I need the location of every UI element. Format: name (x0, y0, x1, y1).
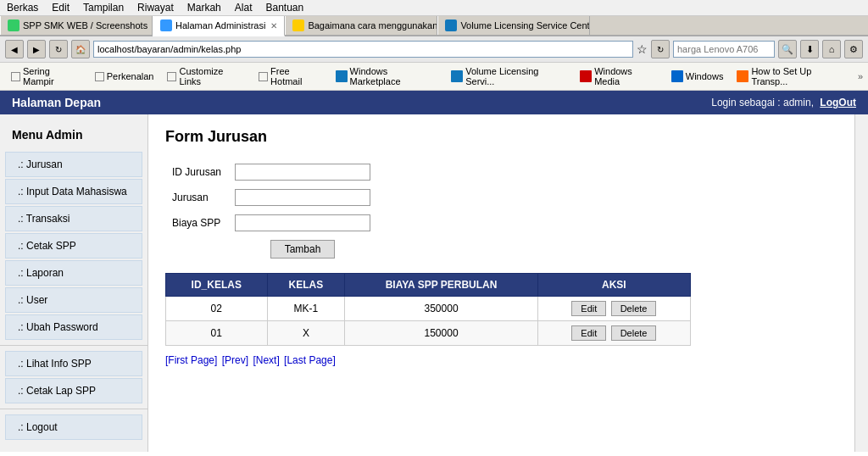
scrollbar[interactable] (854, 114, 868, 452)
form-row-biaya-spp: Biaya SPP (165, 210, 377, 236)
logout-button[interactable]: LogOut (820, 97, 856, 108)
bookmark-icon-marketplace (336, 70, 348, 82)
content-area: Form Jurusan ID Jurusan Jurusan Biaya SP… (148, 114, 854, 452)
sidebar: Menu Admin .: Jurusan .: Input Data Maha… (0, 114, 148, 452)
tab-label-spp: SPP SMK WEB / Screenshots (23, 20, 147, 31)
bookmark-label-media: Windows Media (594, 66, 658, 86)
bookmark-checkbox-customize[interactable] (167, 72, 176, 81)
bookmark-perkenalan[interactable]: Perkenalan (89, 70, 160, 83)
bookmark-label-sering: Sering Mampir (23, 66, 81, 86)
bookmarks-bar: Sering Mampir Perkenalan Customize Links… (0, 63, 868, 91)
sidebar-item-ubah-password[interactable]: .: Ubah Password (5, 314, 142, 340)
tab-icon-volume (445, 19, 457, 31)
address-input[interactable] (93, 41, 633, 58)
search-input[interactable] (673, 41, 775, 58)
tools-icon[interactable]: ⚙ (844, 40, 863, 58)
input-jurusan[interactable] (235, 189, 370, 206)
cell-aksi: Edit Delete (537, 297, 690, 321)
bookmark-how-to[interactable]: How to Set Up Transp... (731, 64, 852, 88)
bookmark-icon-media (580, 70, 592, 82)
tab-halaman-admin[interactable]: Halaman Administrasi ✕ (153, 16, 285, 36)
tambah-button[interactable]: Tambah (270, 240, 336, 259)
sidebar-divider (0, 345, 147, 346)
form-row-jurusan: Jurusan (165, 185, 377, 210)
edit-button[interactable]: Edit (571, 325, 606, 341)
cell-biaya: 350000 (345, 297, 537, 321)
bookmark-windows-media[interactable]: Windows Media (574, 64, 664, 88)
site-title: Halaman Depan (12, 96, 101, 109)
menu-berkas[interactable]: Berkas (7, 2, 38, 14)
user-label: Login sebagai : admin, (711, 97, 814, 108)
tab-icon-mesin (292, 19, 304, 31)
bookmark-volume-licensing[interactable]: Volume Licensing Servi... (445, 64, 572, 88)
sidebar-item-lihat-info[interactable]: .: Lihat Info SPP (5, 351, 142, 376)
bookmark-sering-mampir[interactable]: Sering Mampir (5, 64, 87, 88)
search-button[interactable]: 🔍 (778, 40, 797, 58)
bookmark-label-hotmail: Free Hotmail (270, 66, 322, 86)
sidebar-item-input-mahasiswa[interactable]: .: Input Data Mahasiswa (5, 179, 142, 204)
user-area: Login sebagai : admin, LogOut (711, 97, 856, 108)
bookmarks-more[interactable]: » (858, 71, 863, 81)
bookmark-checkbox-perkenalan[interactable] (95, 72, 104, 81)
input-biaya-spp[interactable] (235, 214, 370, 231)
form-label-id-jurusan: ID Jurusan (165, 159, 228, 185)
pagination-first[interactable]: [First Page] (165, 354, 217, 366)
site-header: Halaman Depan Login sebagai : admin, Log… (0, 91, 868, 114)
forward-button[interactable]: ▶ (27, 40, 46, 58)
home-icon[interactable]: ⌂ (822, 40, 841, 58)
sidebar-item-logout[interactable]: .: Logout (5, 414, 142, 440)
sidebar-item-laporan[interactable]: .: Laporan (5, 260, 142, 286)
col-kelas: KELAS (267, 274, 345, 297)
back-button[interactable]: ◀ (5, 40, 24, 58)
pagination: [First Page] [Prev] [Next] [Last Page] (165, 354, 837, 366)
tab-label-mesin: Bagaimana cara menggunakan mesin cuci... (308, 20, 437, 31)
sidebar-item-cetak-lap[interactable]: .: Cetak Lap SPP (5, 378, 142, 403)
sidebar-item-transaksi[interactable]: .: Transaksi (5, 206, 142, 231)
pagination-prev[interactable]: [Prev] (222, 354, 248, 366)
cell-id-kelas: 01 (166, 321, 268, 346)
bookmark-windows[interactable]: Windows (665, 69, 730, 84)
download-icon[interactable]: ⬇ (800, 40, 819, 58)
menu-markah[interactable]: Markah (187, 2, 221, 14)
tab-close-admin[interactable]: ✕ (270, 21, 277, 31)
home-button[interactable]: 🏠 (71, 40, 90, 58)
pagination-last[interactable]: [Last Page] (284, 354, 336, 366)
star-icon[interactable]: ☆ (637, 42, 648, 56)
sidebar-item-jurusan[interactable]: .: Jurusan (5, 152, 142, 177)
reload-button[interactable]: ↻ (49, 40, 68, 58)
main-layout: Menu Admin .: Jurusan .: Input Data Maha… (0, 114, 868, 452)
tabbar: SPP SMK WEB / Screenshots ✕ Halaman Admi… (0, 16, 868, 36)
cell-aksi: Edit Delete (537, 321, 690, 346)
bookmark-label-volume-bm: Volume Licensing Servi... (465, 66, 566, 86)
cell-id-kelas: 02 (166, 297, 268, 321)
delete-button[interactable]: Delete (611, 325, 657, 341)
refresh-icon[interactable]: ↻ (651, 40, 670, 58)
bookmark-label-windows: Windows (686, 71, 724, 81)
jurusan-form: ID Jurusan Jurusan Biaya SPP Tambah (165, 159, 377, 263)
tab-spp-smk[interactable]: SPP SMK WEB / Screenshots ✕ (0, 16, 153, 35)
menu-tampilan[interactable]: Tampilan (83, 2, 124, 14)
sidebar-item-user[interactable]: .: User (5, 287, 142, 313)
input-id-jurusan[interactable] (235, 164, 370, 181)
bookmark-hotmail[interactable]: Free Hotmail (253, 64, 328, 88)
delete-button[interactable]: Delete (611, 301, 657, 316)
pagination-next[interactable]: [Next] (253, 354, 279, 366)
bookmark-checkbox-sering[interactable] (11, 72, 20, 81)
cell-biaya: 150000 (345, 321, 537, 346)
tab-label-admin: Halaman Administrasi (175, 20, 265, 31)
tab-icon-admin (160, 19, 172, 31)
bookmark-checkbox-hotmail[interactable] (259, 72, 268, 81)
tab-mesin-cuci[interactable]: Bagaimana cara menggunakan mesin cuci...… (285, 16, 437, 35)
tab-volume-licensing[interactable]: Volume Licensing Service Center ✕ (437, 16, 590, 35)
menu-alat[interactable]: Alat (235, 2, 253, 14)
edit-button[interactable]: Edit (571, 301, 606, 316)
menu-edit[interactable]: Edit (52, 2, 70, 14)
bookmark-label-howto: How to Set Up Transp... (751, 66, 846, 86)
sidebar-item-cetak-spp[interactable]: .: Cetak SPP (5, 233, 142, 259)
form-label-jurusan: Jurusan (165, 185, 228, 210)
form-label-biaya-spp: Biaya SPP (165, 210, 228, 236)
menu-bantuan[interactable]: Bantuan (265, 2, 303, 14)
bookmark-customize[interactable]: Customize Links (161, 64, 251, 88)
menu-riwayat[interactable]: Riwayat (137, 2, 174, 14)
bookmark-windows-marketplace[interactable]: Windows Marketplace (330, 64, 444, 88)
